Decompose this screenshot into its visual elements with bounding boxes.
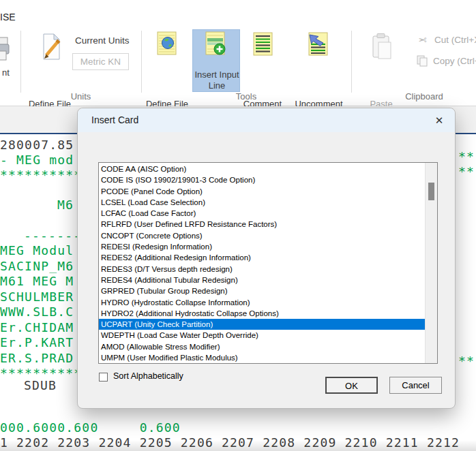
list-item[interactable]: PCODE (Panel Code Option) [99,186,426,197]
editor-line: SACINP_M6 [0,260,74,273]
sort-alphabetically-label: Sort Alphabetically [113,371,183,381]
close-icon[interactable]: ✕ [432,113,447,128]
cut-button[interactable]: ✂ Cut (Ctrl+X) [418,34,427,46]
list-item[interactable]: CODE IS (ISO 19902/19901-3 Code Option) [99,174,426,185]
paste-clipboard-icon [369,31,393,64]
uncomment-block-icon [307,32,330,60]
list-item[interactable]: UCPART (Unity Check Partition) [99,319,426,330]
editor-line: 000.6000.600 0.600 [0,421,181,435]
scrollbar-thumb[interactable] [428,183,434,200]
app-window: ISE nt Define File Units [0,0,476,451]
uncomment-block-button[interactable]: Uncomment Block [286,30,351,93]
list-item[interactable]: CNCOPT (Concrete Options) [99,230,426,241]
editor-line: ** [458,150,475,164]
define-file-type-button[interactable]: Define File Type [142,30,192,93]
copy-pages-icon [416,55,429,70]
list-item[interactable]: REDES2 (Additional Redesign Information) [99,252,426,263]
cancel-button[interactable]: Cancel [389,377,442,394]
comment-block-icon [252,32,274,60]
comment-block-button[interactable]: Comment Block [235,30,290,93]
insert-input-line-label: Insert Input Line [193,69,241,91]
editor-line: M61 MEG M [0,275,74,288]
editor-line: Er.CHIDAM [0,321,74,335]
list-item[interactable]: HYDRO (Hydrostatic Collapse Information) [99,297,426,308]
listbox-scrollbar[interactable] [425,163,437,363]
sort-alphabetically-checkbox[interactable] [99,373,108,382]
list-item[interactable]: WDEPTH (Load Case Water Depth Override) [99,330,426,341]
list-item[interactable]: GRPRED (Tubular Group Redesign) [99,285,426,296]
group-separator [20,31,21,93]
editor-line: M6 [57,198,74,212]
list-item[interactable]: HYDRO2 (Additional Hydrostatic Collapse … [99,308,426,319]
page-pencil-icon [40,33,63,64]
cut-label: Cut (Ctrl+X) [434,35,476,45]
editor-line: WWW.SLB.C [0,305,74,319]
insert-line-icon [205,31,228,60]
printer-icon [0,35,10,67]
insert-input-line-button[interactable]: Insert Input Line [192,29,240,92]
editor-line: ER.S.PRAD [0,352,74,365]
list-item[interactable]: LCSEL (Load Case Selection) [99,197,426,208]
ribbon-tab-revise-partial[interactable]: ISE [0,12,16,22]
tools-group-label: Tools [141,91,351,102]
editor-line: ** [458,165,475,178]
editor-line: MEG Modul [0,244,74,258]
paste-button[interactable]: Paste (Ctrl+V) ▾ [357,30,405,93]
clipboard-group-label: Clipboard [372,91,476,102]
current-units-label: Current Units [75,35,130,46]
window-edge-shadow [0,440,476,451]
editor-line: Er.P.KART [0,336,74,349]
listbox-rows: CODE AA (AISC Option)CODE IS (ISO 19902/… [99,164,426,363]
units-group-label: Units [20,91,141,102]
editor-line: 280007.85 [0,138,74,152]
group-separator [351,31,352,93]
editor-line: ********** [0,168,82,182]
copy-label: Copy (Ctrl+ [433,56,476,66]
insert-card-dialog: Insert Card ✕ CODE AA (AISC Option)CODE … [77,108,456,409]
list-item[interactable]: REDES3 (D/T Versus depth redesign) [99,264,426,275]
list-item[interactable]: CODE AA (AISC Option) [99,164,426,174]
current-units-value[interactable]: Metric KN [72,53,129,70]
editor-line: ** [458,354,475,368]
dialog-title: Insert Card [91,108,138,132]
list-item[interactable]: AMOD (Allowable Stress Modifier) [99,341,426,352]
editor-line: SCHULMBER [0,290,74,304]
define-file-units-button[interactable]: Define File Units [27,30,72,93]
editor-line: - MEG mod [0,153,74,167]
list-item[interactable]: RFLRFD (User Defined LRFD Resistance Fac… [99,219,426,230]
page-globe-icon [156,31,178,59]
ribbon: ISE nt Define File Units [0,0,476,106]
list-item[interactable]: REDES4 (Additional Tubular Redesign) [99,275,426,285]
list-item[interactable]: REDESI (Redesign Information) [99,241,426,252]
list-item[interactable]: LCFAC (Load Case Factor) [99,208,426,219]
editor-line: SDUB [24,379,57,392]
ok-button[interactable]: OK [325,377,378,394]
list-item[interactable]: UMPM (User Modified Plastic Modulus) [99,352,426,363]
scissors-icon: ✂ [418,34,427,46]
dialog-titlebar[interactable]: Insert Card ✕ [78,108,455,132]
print-button-label-partial[interactable]: nt [2,67,10,78]
insert-card-listbox[interactable]: CODE AA (AISC Option)CODE IS (ISO 19902/… [98,162,438,364]
